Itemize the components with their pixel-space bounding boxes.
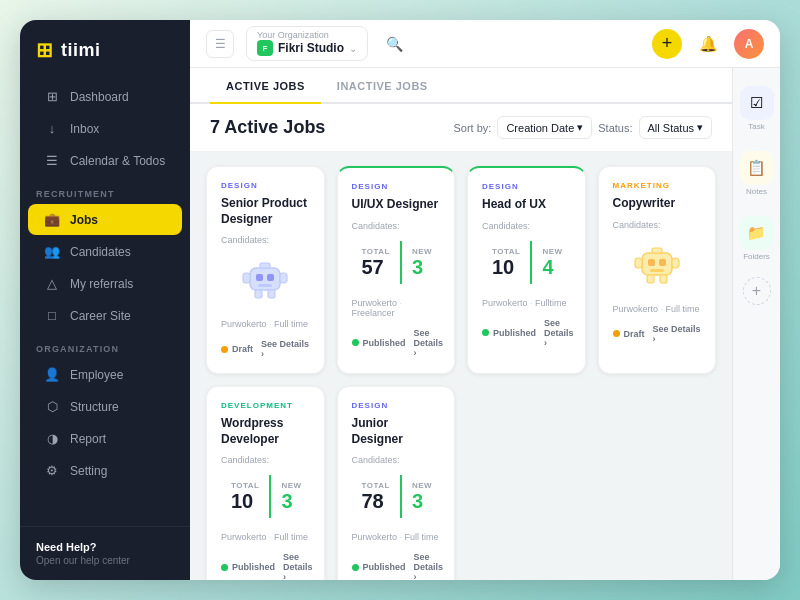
status-text-2: Published [363, 338, 406, 348]
sort-dropdown[interactable]: Creation Date ▾ [497, 116, 592, 139]
job-title-4: Copywriter [613, 196, 702, 212]
side-task-item[interactable]: ☑ Task [734, 78, 780, 139]
status-label: Status: [598, 122, 632, 134]
see-details-6[interactable]: See Details › [414, 552, 444, 580]
svg-rect-2 [267, 274, 274, 281]
notification-button[interactable]: 🔔 [694, 30, 722, 58]
sidebar-help: Need Help? Open our help center [20, 526, 190, 580]
notes-icon: 📋 [747, 159, 766, 177]
card-actions-5: Published See Details › [221, 552, 310, 580]
card-footer-4: Purwokerto · Full time [613, 304, 702, 314]
org-chevron-icon: ⌄ [349, 43, 357, 54]
main-content: ACTIVE JOBS INACTIVE JOBS 7 Active Jobs … [190, 68, 732, 580]
candidates-label-5: Candidates: [221, 455, 310, 465]
sidebar-item-jobs[interactable]: 💼 Jobs [28, 204, 182, 235]
status-pill-2: Published [352, 338, 406, 348]
status-text-6: Published [363, 562, 406, 572]
stat-new-2: NEW 3 [400, 241, 442, 284]
see-details-2[interactable]: See Details › [414, 328, 444, 358]
candidates-label-1: Candidates: [221, 235, 310, 245]
svg-rect-6 [280, 273, 287, 283]
sort-label: Sort by: [454, 122, 492, 134]
org-selector[interactable]: Your Organization F Fikri Studio ⌄ [246, 26, 368, 61]
jobs-scroll-area: DESIGN Senior Product Designer Candidate… [190, 152, 732, 580]
referrals-icon: △ [44, 276, 60, 291]
side-notes-item[interactable]: 📋 Notes [734, 143, 780, 204]
svg-rect-3 [258, 284, 272, 287]
search-button[interactable]: 🔍 [380, 30, 408, 58]
job-card-6: DESIGN Junior Designer Candidates: TOTAL… [337, 386, 456, 580]
job-category-4: MARKETING [613, 181, 702, 190]
status-text-4: Draft [624, 329, 645, 339]
help-title: Need Help? [36, 541, 174, 553]
job-card-2: DESIGN UI/UX Designer Candidates: TOTAL … [337, 166, 456, 374]
sidebar-item-setting[interactable]: ⚙ Setting [28, 455, 182, 486]
status-text-5: Published [232, 562, 275, 572]
candidates-label-2: Candidates: [352, 221, 441, 231]
location-type-2: Purwokerto · Freelancer [352, 298, 441, 318]
org-label: ORGANIZATION [20, 332, 190, 358]
svg-rect-1 [256, 274, 263, 281]
see-details-4[interactable]: See Details › [653, 324, 701, 344]
status-dropdown[interactable]: All Status ▾ [639, 116, 712, 139]
tabs-bar: ACTIVE JOBS INACTIVE JOBS [190, 68, 732, 104]
help-subtitle: Open our help center [36, 555, 174, 566]
jobs-header: 7 Active Jobs Sort by: Creation Date ▾ S… [190, 104, 732, 152]
report-icon: ◑ [44, 431, 60, 446]
sidebar-item-employee[interactable]: 👤 Employee [28, 359, 182, 390]
svg-rect-10 [648, 259, 655, 266]
status-chevron-icon: ▾ [697, 121, 703, 134]
notes-label: Notes [746, 187, 767, 196]
see-details-1[interactable]: See Details › [261, 339, 309, 359]
folders-label: Folders [743, 252, 770, 261]
see-details-3[interactable]: See Details › [544, 318, 574, 348]
job-title-6: Junior Designer [352, 416, 441, 447]
menu-button[interactable]: ☰ [206, 30, 234, 58]
sidebar-item-candidates[interactable]: 👥 Candidates [28, 236, 182, 267]
add-panel-button[interactable]: + [743, 277, 771, 305]
sidebar-item-referrals[interactable]: △ My referrals [28, 268, 182, 299]
stat-new-3: NEW 4 [530, 241, 572, 284]
folders-icon: 📁 [747, 224, 766, 242]
job-category-3: DESIGN [482, 182, 571, 191]
org-logo: F [257, 40, 273, 56]
avatar[interactable]: A [734, 29, 764, 59]
card-footer-3: Purwokerto · Fulltime [482, 298, 571, 308]
sidebar-item-career[interactable]: □ Career Site [28, 300, 182, 331]
job-card-1: DESIGN Senior Product Designer Candidate… [206, 166, 325, 374]
status-text-1: Draft [232, 344, 253, 354]
add-button[interactable]: + [652, 29, 682, 59]
job-category-5: DEVELOPMENT [221, 401, 310, 410]
calendar-icon: ☰ [44, 153, 60, 168]
job-category-6: DESIGN [352, 401, 441, 410]
job-category-2: DESIGN [352, 182, 441, 191]
inbox-icon: ↓ [44, 121, 60, 136]
tab-inactive-jobs[interactable]: INACTIVE JOBS [321, 68, 444, 104]
svg-rect-11 [659, 259, 666, 266]
job-title-2: UI/UX Designer [352, 197, 441, 213]
sidebar-item-dashboard[interactable]: ⊞ Dashboard [28, 81, 182, 112]
employee-icon: 👤 [44, 367, 60, 382]
candidates-icon: 👥 [44, 244, 60, 259]
sidebar-item-structure[interactable]: ⬡ Structure [28, 391, 182, 422]
card-actions-4: Draft See Details › [613, 324, 702, 344]
sidebar-nav: ⊞ Dashboard ↓ Inbox ☰ Calendar & Todos R… [20, 76, 190, 526]
sidebar-item-calendar[interactable]: ☰ Calendar & Todos [28, 145, 182, 176]
side-folders-item[interactable]: 📁 Folders [734, 208, 780, 269]
stat-new-6: NEW 3 [400, 475, 442, 518]
status-dot-5 [221, 564, 228, 571]
robot-image-4 [627, 240, 687, 290]
jobs-row-1: DESIGN Senior Product Designer Candidate… [206, 166, 716, 374]
recruitment-label: RECRUITMENT [20, 177, 190, 203]
sidebar-item-report[interactable]: ◑ Report [28, 423, 182, 454]
card-actions-3: Published See Details › [482, 318, 571, 348]
location-type-3: Purwokerto · Fulltime [482, 298, 567, 308]
folders-icon-box: 📁 [740, 216, 774, 250]
see-details-5[interactable]: See Details › [283, 552, 313, 580]
logo-text: tiimi [61, 40, 101, 61]
notes-icon-box: 📋 [740, 151, 774, 185]
sidebar-item-inbox[interactable]: ↓ Inbox [28, 113, 182, 144]
career-icon: □ [44, 308, 60, 323]
task-icon-box: ☑ [740, 86, 774, 120]
tab-active-jobs[interactable]: ACTIVE JOBS [210, 68, 321, 104]
